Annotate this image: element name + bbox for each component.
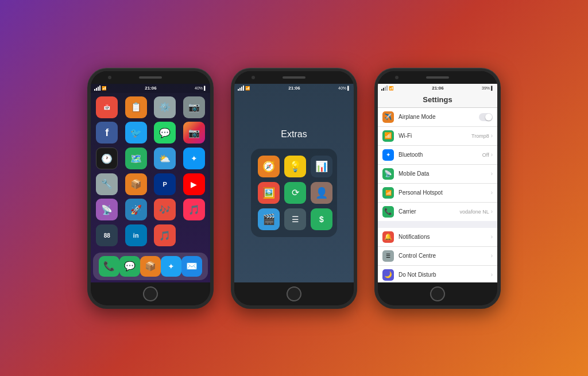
app-weather[interactable]: ⛅ [154, 148, 176, 169]
settings-title: Settings [378, 93, 497, 108]
phone-1-battery: 40% ▌ [195, 86, 207, 90]
bluetooth-chevron: › [491, 152, 493, 158]
settings-group-notifications: 🔔 Notifications › ☰ Control Centre › 🌙 D… [378, 228, 497, 282]
dock-messages[interactable]: 💬 [119, 256, 140, 277]
carrier-value: vodafone NL [460, 209, 489, 215]
folder-app-gallery[interactable]: 🖼️ [258, 182, 280, 204]
carrier-label: Carrier [399, 208, 460, 215]
dock-mail[interactable]: ✉️ [181, 256, 202, 277]
wifi-label: Wi-Fi [399, 133, 471, 139]
phone-1-dock: 📞 💬 📦 ✦ ✉️ [93, 253, 208, 280]
folder-app-finance[interactable]: $ [311, 208, 332, 230]
phone-1: 📶 21:06 40% ▌ 📅 📋 ⚙️ 📷 f 🐦 💬 [87, 68, 214, 309]
dock-phone[interactable]: 📞 [99, 256, 119, 277]
phone-3-home[interactable] [430, 286, 445, 301]
phone-2-home[interactable] [287, 286, 301, 301]
mobiledata-chevron: › [491, 170, 493, 177]
airplane-label: Airplane Mode [399, 114, 477, 120]
bluetooth-value: Off [482, 152, 489, 158]
hotspot-chevron: › [491, 189, 493, 196]
bluetooth-icon: ✦ [382, 149, 394, 161]
dock-spark[interactable]: ✦ [161, 256, 181, 277]
folder-app-idea[interactable]: 💡 [284, 156, 306, 177]
bluetooth-label: Bluetooth [399, 152, 482, 158]
phone-1-time: 21:06 [145, 86, 156, 91]
phone-2-speaker [283, 76, 305, 79]
phone-1-bottom [91, 282, 210, 305]
app-radio[interactable]: 📡 [96, 199, 118, 220]
carrier-chevron: › [491, 208, 493, 215]
app-misc[interactable]: 🎶 [154, 199, 176, 220]
settings-row-wifi[interactable]: 📶 Wi-Fi Tromp8 › [378, 127, 497, 146]
phone-1-status: 📶 21:06 40% ▌ [91, 84, 210, 93]
phone-3-status: 📶 21:06 39% ▌ [378, 84, 497, 93]
settings-row-donotdisturb[interactable]: 🌙 Do Not Disturb › [378, 266, 497, 282]
phone-2-status: 📶 21:06 40% ▌ [234, 84, 354, 93]
phone-2-top [234, 71, 354, 84]
airplane-icon: ✈️ [382, 111, 394, 123]
folder-app-movies[interactable]: 🎬 [258, 208, 280, 230]
settings-group-network: ✈️ Airplane Mode 📶 Wi-Fi Tromp8 › ✦ [378, 108, 497, 221]
controlcentre-icon: ☰ [382, 250, 394, 262]
app-calendar[interactable]: 📅 [96, 96, 118, 118]
folder-app-list[interactable]: ☰ [284, 208, 306, 230]
app-camera[interactable]: 📷 [183, 96, 205, 118]
app-empty [183, 224, 205, 246]
phone-1-app-grid: 📅 📋 ⚙️ 📷 f 🐦 💬 📷 🕐 🗺️ ⛅ ✦ 🔧 [91, 93, 210, 250]
app-notes[interactable]: 📋 [125, 96, 147, 118]
app-instagram[interactable]: 📷 [183, 122, 205, 144]
wifi-value: Tromp8 [471, 133, 489, 139]
folder-app-compass[interactable]: 🧭 [258, 156, 280, 177]
app-music2[interactable]: 🎵 [154, 224, 176, 246]
app-music[interactable]: 🎵 [183, 199, 205, 220]
settings-row-controlcentre[interactable]: ☰ Control Centre › [378, 247, 497, 266]
app-appstore[interactable]: ✦ [183, 148, 205, 169]
phone-3-top [378, 71, 497, 84]
folder-app-audio[interactable]: 📊 [311, 156, 332, 177]
carrier-icon: 📞 [382, 206, 394, 218]
app-twitter[interactable]: 🐦 [125, 122, 147, 144]
airplane-toggle[interactable] [479, 113, 493, 121]
settings-row-hotspot[interactable]: 📶 Personal Hotspot › [378, 184, 497, 203]
phone-3-battery: 39% ▌ [482, 86, 494, 90]
app-maps[interactable]: 🗺️ [125, 148, 147, 169]
notifications-label: Notifications [399, 234, 491, 240]
donotdisturb-label: Do Not Disturb [399, 272, 491, 278]
settings-row-bluetooth[interactable]: ✦ Bluetooth Off › [378, 146, 497, 165]
folder-app-cydia[interactable]: ⟳ [284, 182, 306, 204]
notifications-chevron: › [491, 234, 493, 240]
app-paypal[interactable]: P [154, 173, 176, 195]
phone-1-speaker [139, 76, 162, 79]
app-facebook[interactable]: f [96, 122, 118, 144]
phone-3-camera [395, 76, 399, 79]
phone-2: 📶 21:06 40% ▌ Extras 🧭 💡 📊 🖼️ ⟳ [231, 68, 357, 309]
controlcentre-chevron: › [491, 253, 493, 259]
phone-1-camera [108, 76, 111, 79]
app-linkedin[interactable]: in [125, 224, 147, 246]
dock-package[interactable]: 📦 [140, 256, 161, 277]
hotspot-label: Personal Hotspot [399, 189, 491, 196]
settings-row-airplane[interactable]: ✈️ Airplane Mode [378, 108, 497, 127]
settings-row-mobiledata[interactable]: 📡 Mobile Data › [378, 165, 497, 184]
mobiledata-label: Mobile Data [399, 170, 491, 177]
settings-row-carrier[interactable]: 📞 Carrier vodafone NL › [378, 203, 497, 221]
app-whatsapp[interactable]: 💬 [154, 122, 176, 144]
app-88[interactable]: 88 [96, 224, 118, 246]
settings-row-notifications[interactable]: 🔔 Notifications › [378, 228, 497, 247]
app-clock[interactable]: 🕐 [96, 148, 118, 169]
app-tools[interactable]: 🔧 [96, 173, 118, 195]
phone-1-home[interactable] [143, 286, 158, 301]
phone-2-bottom [234, 282, 354, 305]
phone-1-top [91, 71, 210, 84]
phone-3-speaker [426, 76, 449, 79]
extras-folder[interactable]: 🧭 💡 📊 🖼️ ⟳ 👤 🎬 ☰ $ [251, 149, 337, 237]
app-youtube[interactable]: ▶ [183, 173, 205, 195]
app-rocket[interactable]: 🚀 [125, 199, 147, 220]
phone-1-screen: 📶 21:06 40% ▌ 📅 📋 ⚙️ 📷 f 🐦 💬 [91, 84, 210, 282]
app-settings[interactable]: ⚙️ [154, 96, 176, 118]
app-cydia[interactable]: 📦 [125, 173, 147, 195]
folder-app-contacts[interactable]: 👤 [311, 182, 332, 204]
settings-list: ✈️ Airplane Mode 📶 Wi-Fi Tromp8 › ✦ [378, 108, 497, 282]
phone-2-camera [252, 76, 255, 79]
hotspot-icon: 📶 [382, 187, 394, 199]
